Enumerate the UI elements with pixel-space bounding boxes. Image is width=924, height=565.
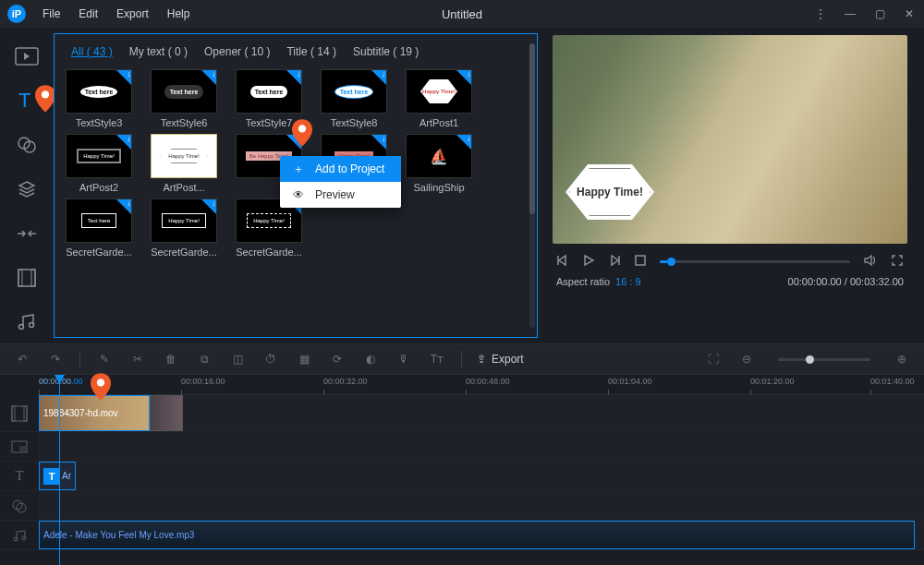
fit-icon[interactable]: ⛶ (704, 350, 723, 368)
playback-slider[interactable] (660, 260, 850, 263)
svg-rect-14 (24, 406, 27, 421)
redo-icon[interactable]: ↷ (46, 350, 65, 368)
rail-text-icon[interactable]: T (15, 89, 39, 113)
export-button[interactable]: ⇪Export (477, 353, 524, 366)
crop-icon[interactable]: ◫ (228, 350, 247, 368)
text-tool-icon[interactable]: Tᴛ (428, 350, 446, 368)
aspect-ratio-label: Aspect ratio16 : 9 (556, 276, 641, 287)
volume-icon[interactable] (863, 253, 878, 270)
more-icon[interactable]: ⋮ (813, 7, 828, 20)
download-icon[interactable] (116, 199, 131, 214)
tab-all[interactable]: All ( 43 ) (71, 45, 113, 58)
asset-item[interactable]: Happy Time!ArtPost2 (66, 134, 132, 193)
tutorial-marker-icon (91, 373, 111, 403)
edit-icon[interactable]: ✎ (95, 350, 114, 368)
zoom-in-icon[interactable]: ⊕ (893, 350, 911, 368)
scrollbar[interactable] (529, 43, 535, 328)
svg-text:T: T (18, 90, 30, 112)
menu-edit[interactable]: Edit (69, 4, 107, 24)
left-rail: T (0, 28, 54, 343)
next-frame-icon[interactable] (608, 254, 621, 270)
svg-rect-13 (12, 406, 15, 421)
ctx-add-to-project[interactable]: ＋ Add to Project (280, 156, 401, 182)
download-icon[interactable] (456, 70, 471, 85)
download-icon[interactable] (286, 70, 301, 85)
text-clip[interactable]: TAr (39, 462, 76, 490)
asset-item[interactable]: ⛵SailingShip (406, 134, 472, 193)
asset-item[interactable]: Text hereSecretGarde... (66, 198, 132, 258)
rail-audio-icon[interactable] (15, 310, 39, 334)
voiceover-icon[interactable]: 🎙 (395, 350, 413, 368)
svg-rect-16 (19, 446, 26, 451)
opacity-icon[interactable]: ◐ (361, 350, 380, 368)
rail-transitions-icon[interactable] (15, 222, 39, 246)
svg-point-8 (19, 325, 24, 330)
text-track-icon[interactable]: T (0, 462, 39, 490)
tab-opener[interactable]: Opener ( 10 ) (204, 45, 270, 58)
audio-clip[interactable]: Adele - Make You Feel My Love.mp3 (39, 521, 915, 549)
svg-point-2 (42, 90, 49, 98)
play-icon[interactable] (582, 254, 595, 270)
tab-title[interactable]: Title ( 14 ) (286, 45, 336, 58)
menu-file[interactable]: File (33, 4, 69, 24)
filter-track-icon[interactable] (0, 491, 39, 520)
filter-track (0, 491, 924, 521)
download-icon[interactable] (371, 70, 386, 85)
asset-item[interactable]: Text hereTextStyle8 (321, 69, 387, 128)
rotate-icon[interactable]: ⟳ (328, 350, 346, 368)
prev-frame-icon[interactable] (556, 254, 569, 270)
download-icon[interactable] (456, 135, 471, 150)
preview-video[interactable]: Happy Time! (553, 35, 907, 244)
download-icon[interactable] (201, 70, 216, 85)
asset-item[interactable]: Text hereTextStyle3 (66, 69, 132, 128)
video-track-icon[interactable] (0, 395, 39, 431)
menu-export[interactable]: Export (107, 4, 158, 24)
rail-overlays-icon[interactable] (15, 177, 39, 201)
rail-elements-icon[interactable] (15, 266, 39, 290)
copy-icon[interactable]: ⧉ (195, 350, 213, 368)
asset-item[interactable]: Text hereTextStyle6 (151, 69, 217, 128)
plus-icon: ＋ (291, 162, 306, 176)
svg-rect-11 (636, 256, 645, 265)
cut-icon[interactable]: ✂ (128, 350, 147, 368)
svg-point-10 (298, 125, 306, 132)
maximize-icon[interactable]: ▢ (872, 7, 887, 20)
delete-icon[interactable]: 🗑 (162, 350, 180, 368)
svg-rect-5 (18, 270, 35, 286)
download-icon[interactable] (201, 199, 216, 214)
titlebar: iP File Edit Export Help Untitled ⋮ — ▢ … (0, 0, 924, 28)
timeline-ruler[interactable]: 00:00:00 00:00:16.00 00:00:32.00 00:00:4… (39, 375, 924, 395)
rail-effects-icon[interactable] (15, 133, 39, 157)
tab-subtitle[interactable]: Subtitle ( 19 ) (353, 45, 419, 58)
tool-strip: ↶ ↷ ✎ ✂ 🗑 ⧉ ◫ ⏱ ▦ ⟳ ◐ 🎙 Tᴛ ⇪Export ⛶ ⊖ ⊕ (0, 343, 924, 375)
close-icon[interactable]: ✕ (902, 7, 917, 20)
preview-panel: Happy Time! Aspect ratio16 : 9 00:00:00.… (545, 28, 924, 343)
asset-panel: All ( 43 ) My text ( 0 ) Opener ( 10 ) T… (54, 33, 538, 338)
fullscreen-icon[interactable] (891, 254, 904, 270)
video-track: 19884307-hd.mov (0, 395, 924, 432)
playhead[interactable] (59, 375, 60, 565)
undo-icon[interactable]: ↶ (13, 350, 31, 368)
download-icon[interactable] (371, 135, 386, 150)
menu-help[interactable]: Help (158, 4, 200, 24)
audio-track-icon[interactable] (0, 521, 39, 549)
app-icon: iP (7, 5, 26, 23)
download-icon[interactable] (116, 135, 131, 150)
pip-track (0, 432, 924, 462)
asset-item[interactable]: Happy Time!ArtPost... (151, 134, 217, 193)
download-icon[interactable] (116, 70, 131, 85)
zoom-slider[interactable] (778, 358, 870, 361)
mosaic-icon[interactable]: ▦ (295, 350, 313, 368)
asset-item[interactable]: Happy Time!ArtPost1 (406, 69, 472, 128)
rail-media-icon[interactable] (15, 44, 39, 68)
pip-track-icon[interactable] (0, 432, 39, 461)
asset-item[interactable]: Happy Time!SecretGarde... (151, 198, 217, 258)
speed-icon[interactable]: ⏱ (261, 350, 280, 368)
zoom-out-icon[interactable]: ⊖ (737, 350, 756, 368)
tab-mytext[interactable]: My text ( 0 ) (129, 45, 188, 58)
ctx-preview[interactable]: 👁 Preview (280, 182, 401, 208)
video-clip[interactable] (150, 395, 183, 431)
stop-icon[interactable] (634, 254, 647, 270)
text-track: T TAr (0, 462, 924, 491)
minimize-icon[interactable]: — (843, 7, 857, 20)
